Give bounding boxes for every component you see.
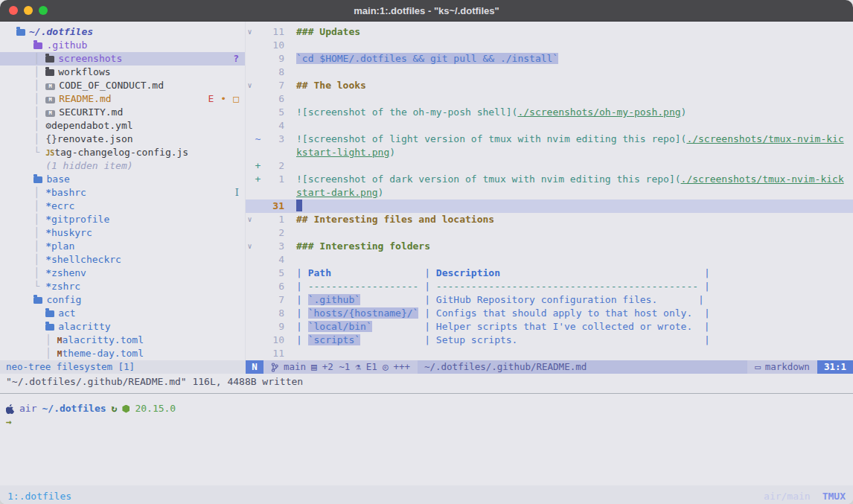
lualine: N main ▤ +2 ~1 ⚗ E1 ◎ +++ ~/.dotfiles/.g… <box>246 360 853 374</box>
tree-item-theme-day-toml[interactable]: │ Mtheme-day.toml <box>0 347 245 360</box>
tree-item-renovate[interactable]: │ {}renovate.json <box>0 133 245 146</box>
shell-pane[interactable]: air ~/.dotfiles ↻ 20.15.0 → <box>0 393 853 485</box>
editor-line[interactable]: 6| ------------------- | ---------------… <box>246 280 853 293</box>
gear-icon: ⚙ <box>45 120 51 131</box>
fold-chevron-icon[interactable]: ∨ <box>246 79 254 92</box>
editor-line[interactable]: 2 <box>246 226 853 240</box>
dotfile-star-icon: * <box>45 254 51 265</box>
diff-icon: ▤ <box>311 360 317 374</box>
editor-line[interactable]: ∨11### Updates <box>246 25 853 39</box>
filetype-segment: ▭ markdown <box>747 360 817 374</box>
fold-chevron-icon[interactable]: ∨ <box>246 240 254 253</box>
editor-line[interactable]: 8| `hosts/{hostname}/` | Configs that sh… <box>246 307 853 320</box>
editor-line[interactable]: 9| `local/bin` | Helper scripts that I'v… <box>246 320 853 334</box>
git-change-sign: ~ <box>254 133 262 146</box>
markdown-file-icon: M <box>45 83 55 90</box>
editor-line[interactable]: 10 <box>246 39 853 52</box>
tree-item-zshrc[interactable]: └ *zshrc <box>0 280 245 293</box>
tree-item-dotfiles-root[interactable]: ~/.dotfiles <box>0 25 245 39</box>
branch-name: main <box>284 360 306 374</box>
editor-line[interactable]: 10| `scripts` | Setup scripts. | <box>246 334 853 347</box>
git-branch-icon <box>271 363 278 372</box>
tree-item-alacritty-toml[interactable]: │ Malacritty.toml <box>0 334 245 347</box>
tree-item-github[interactable]: .github <box>0 39 245 52</box>
git-add-sign: + <box>254 159 262 173</box>
tree-item-workflows[interactable]: │ workflows <box>0 66 245 79</box>
tree-item-gitprofile[interactable]: │ *gitprofile <box>0 213 245 226</box>
git-add-sign: + <box>254 173 262 186</box>
minimize-button[interactable] <box>24 6 33 15</box>
tree-item-huskyrc[interactable]: │ *huskyrc <box>0 226 245 240</box>
braces-json-icon: {} <box>45 133 57 144</box>
folder-icon <box>33 42 42 49</box>
tree-item-base[interactable]: base <box>0 173 245 186</box>
hunk-indicator: +++ <box>393 360 410 374</box>
shell-input-line[interactable]: → <box>6 415 847 429</box>
window-title: main:1:.dotfiles - "ks~/.dotfiles" <box>354 5 499 16</box>
editor-line[interactable]: 5![screenshot of the oh-my-posh shell](.… <box>246 106 853 119</box>
tree-item-dependabot[interactable]: │ ⚙dependabot.yml <box>0 119 245 133</box>
editor-line-wrap[interactable]: kstart-light.png) <box>246 146 853 159</box>
tree-item-readme[interactable]: │ MREADME.mdE•□ <box>0 92 245 106</box>
dotfile-star-icon: * <box>45 227 51 238</box>
fold-chevron-icon[interactable]: ∨ <box>246 213 254 226</box>
shell-prompt: air ~/.dotfiles ↻ 20.15.0 <box>6 402 847 415</box>
tmux-status-bar: 1:.dotfiles air/main TMUX <box>0 485 853 504</box>
editor-line[interactable]: ∨3### Interesting folders <box>246 240 853 253</box>
tree-item-screenshots[interactable]: │ screenshots? <box>0 52 245 66</box>
editor-line[interactable]: 7| `.github` | GitHub Repository configu… <box>246 293 853 307</box>
fold-chevron-icon[interactable]: ∨ <box>246 25 254 39</box>
editor-pane: ∨11### Updates 10 9`cd $HOME/.dotfiles &… <box>246 22 853 360</box>
markdown-file-icon: M <box>45 110 55 117</box>
javascript-file-icon: JS <box>45 149 54 157</box>
tree-item-code-of-conduct[interactable]: │ MCODE_OF_CONDUCT.md <box>0 79 245 92</box>
close-button[interactable] <box>9 6 18 15</box>
editor-line[interactable]: 11 <box>246 347 853 360</box>
folder-icon <box>45 324 54 331</box>
tree-item-alacritty[interactable]: alacritty <box>0 320 245 334</box>
editor-current-line[interactable]: 31 <box>246 200 853 213</box>
titlebar[interactable]: main:1:.dotfiles - "ks~/.dotfiles" <box>0 0 853 22</box>
dotfile-star-icon: * <box>45 240 51 252</box>
zoom-button[interactable] <box>39 6 48 15</box>
tree-item-bashrc[interactable]: │ *bashrcI <box>0 186 245 200</box>
tmux-window-name[interactable]: 1:.dotfiles <box>7 491 71 504</box>
tree-item-zshenv[interactable]: │ *zshenv <box>0 267 245 280</box>
tree-item-ecrc[interactable]: │ *ecrc <box>0 200 245 213</box>
text-cursor <box>296 200 302 211</box>
tree-item-act[interactable]: act <box>0 307 245 320</box>
neo-tree-panel: ~/.dotfiles .github │ screenshots? │ wor… <box>0 22 246 360</box>
editor-line[interactable]: 8 <box>246 66 853 79</box>
dotfile-star-icon: * <box>45 267 51 278</box>
prompt-hostname: air <box>19 402 36 415</box>
node-version: 20.15.0 <box>135 402 176 415</box>
editor-line[interactable]: ∨1## Interesting files and locations <box>246 213 853 226</box>
diff-counts: +2 ~1 <box>322 360 351 374</box>
apple-icon <box>6 404 14 414</box>
dotfile-star-icon: * <box>45 214 51 225</box>
git-unstaged-icon: □ <box>233 92 239 106</box>
filetype-label: markdown <box>765 360 810 374</box>
editor-line[interactable]: +1![screenshot of dark version of tmux w… <box>246 173 853 186</box>
git-status-segment: main ▤ +2 ~1 ⚗ E1 ◎ +++ <box>263 360 418 374</box>
tree-item-config[interactable]: config <box>0 293 245 307</box>
tree-item-shellcheckrc[interactable]: │ *shellcheckrc <box>0 253 245 267</box>
tree-item-tag-changelog[interactable]: └ JStag-changelog-config.js <box>0 146 245 159</box>
diagnostics-count: E1 <box>366 360 377 374</box>
editor-line[interactable]: +2 <box>246 159 853 173</box>
editor-line[interactable]: ~3![screenshot of light version of tmux … <box>246 133 853 146</box>
diagnostic-error-icon: E <box>208 92 214 106</box>
traffic-lights <box>9 6 48 15</box>
editor-line-wrap[interactable]: start-dark.png) <box>246 186 853 200</box>
tree-item-plan[interactable]: │ *plan <box>0 240 245 253</box>
editor-line[interactable]: 6 <box>246 92 853 106</box>
prompt-arrow-icon: → <box>6 415 12 429</box>
editor-line[interactable]: 9`cd $HOME/.dotfiles && git pull && ./in… <box>246 52 853 66</box>
tree-item-security[interactable]: │ MSECURITY.md <box>0 106 245 119</box>
editor-line[interactable]: 5| Path | Description | <box>246 267 853 280</box>
editor-line[interactable]: 4 <box>246 253 853 267</box>
neo-tree-statusline: neo-tree filesystem [1] <box>0 360 246 374</box>
editor-line[interactable]: ∨7## The looks <box>246 79 853 92</box>
editor-line[interactable]: 4 <box>246 119 853 133</box>
diagnostics-flask-icon: ⚗ <box>355 360 361 374</box>
